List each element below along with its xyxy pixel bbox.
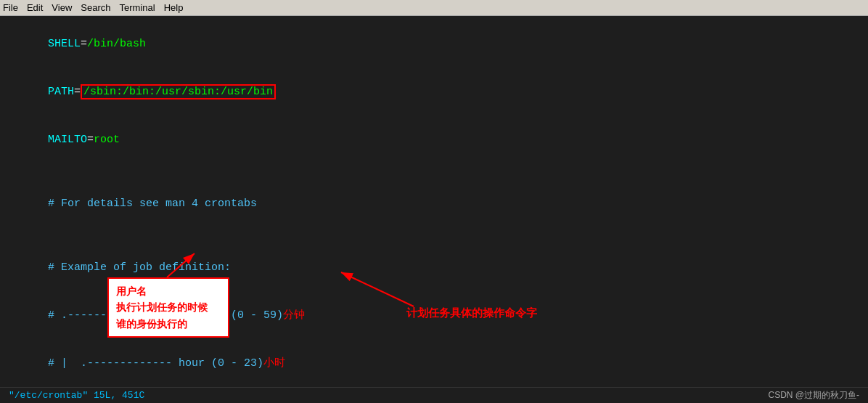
menu-terminal[interactable]: Terminal — [120, 2, 155, 13]
menu-view[interactable]: View — [52, 2, 72, 13]
line-mailto: MAILTO=root — [9, 116, 859, 164]
main-window: File Edit View Search Terminal Help SHEL… — [0, 0, 868, 403]
menu-file[interactable]: File — [3, 2, 18, 13]
line-shell: SHELL=/bin/bash — [9, 20, 859, 68]
username-annotation: 用户名 执行计划任务的时候 谁的身份执行的 — [107, 277, 229, 338]
menu-help[interactable]: Help — [164, 2, 184, 13]
line-blank2 — [9, 228, 859, 244]
statusbar-file-info: "/etc/crontab" 15L, 451C — [9, 390, 144, 401]
statusbar: "/etc/crontab" 15L, 451C CSDN @过期的秋刀鱼- — [0, 387, 868, 403]
menu-edit[interactable]: Edit — [27, 2, 43, 13]
line-hour: # | .------------- hour (0 - 23)小时 — [9, 340, 859, 387]
editor-area[interactable]: SHELL=/bin/bash PATH=/sbin:/bin:/usr/sbi… — [0, 16, 868, 387]
menubar: File Edit View Search Terminal Help — [0, 0, 868, 16]
line-blank1 — [9, 164, 859, 180]
line-comment-details: # For details see man 4 crontabs — [9, 180, 859, 228]
menu-search[interactable]: Search — [81, 2, 110, 13]
statusbar-author: CSDN @过期的秋刀鱼- — [768, 389, 859, 402]
line-path: PATH=/sbin:/bin:/usr/sbin:/usr/bin — [9, 68, 859, 116]
command-annotation: 计划任务具体的操作命令字 — [406, 306, 537, 320]
